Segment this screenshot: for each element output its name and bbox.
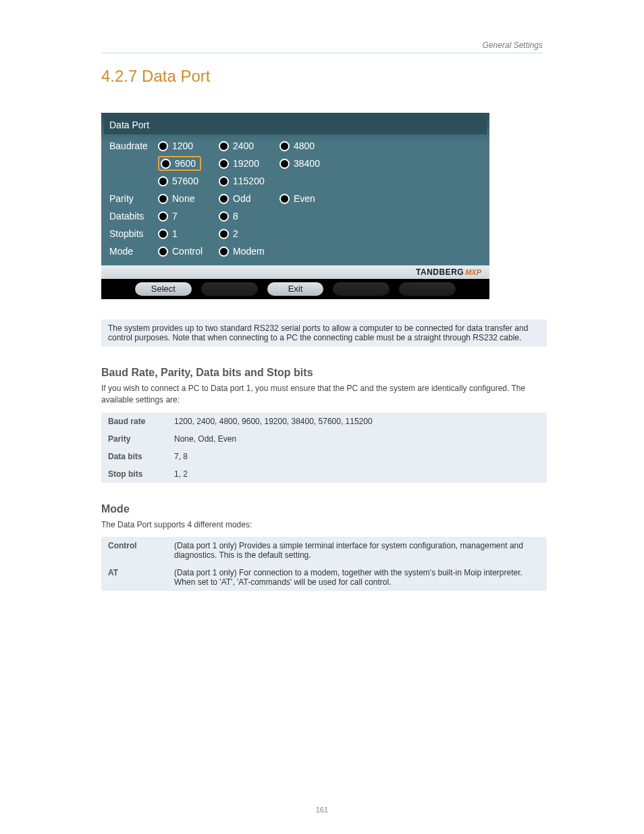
radio-icon <box>219 246 229 257</box>
table-row: Control (Data port 1 only) Provides a si… <box>101 537 547 564</box>
cell-key: Baud rate <box>101 413 167 430</box>
radio-4800[interactable]: 4800 <box>279 140 340 151</box>
cell-val: (Data port 1 only) Provides a simple ter… <box>167 537 547 564</box>
option-text: 7 <box>172 211 178 221</box>
cell-val: 1, 2 <box>167 465 547 483</box>
intro-table: The system provides up to two standard R… <box>101 319 547 346</box>
row-stopbits: Stopbits 1 2 <box>108 225 483 242</box>
option-text: 2400 <box>233 140 254 151</box>
row-mode: Mode Control Modem <box>108 242 483 260</box>
radio-19200[interactable]: 19200 <box>219 158 279 169</box>
cell-key: Control <box>101 537 167 564</box>
radio-icon <box>158 211 168 221</box>
brand-bar: TANDBERG MXP <box>101 265 489 279</box>
option-text: Odd <box>233 193 250 204</box>
radio-databits-7[interactable]: 7 <box>158 211 219 221</box>
brand-main: TANDBERG <box>416 267 464 277</box>
table-row: Stop bits 1, 2 <box>101 465 547 483</box>
option-text: Modem <box>233 246 265 257</box>
softkey-empty-1 <box>201 282 258 296</box>
label-databits: Databits <box>108 211 158 221</box>
radio-parity-even[interactable]: Even <box>279 193 340 204</box>
row-baudrate-2: 9600 19200 38400 <box>108 155 483 172</box>
option-text: None <box>172 193 194 204</box>
radio-stopbits-2[interactable]: 2 <box>219 228 279 239</box>
text-mode-lead: The Data Port supports 4 different modes… <box>101 519 543 531</box>
page-category: General Settings <box>101 41 543 50</box>
label-stopbits: Stopbits <box>108 228 158 239</box>
cell-key: AT <box>101 564 167 591</box>
radio-mode-modem[interactable]: Modem <box>219 246 279 257</box>
radio-parity-none[interactable]: None <box>158 193 219 204</box>
row-databits: Databits 7 8 <box>108 207 483 225</box>
option-text: 57600 <box>172 176 198 186</box>
softkey-bar: Select Exit <box>101 279 489 299</box>
option-text: 8 <box>233 211 238 221</box>
cell-key: Stop bits <box>101 465 167 483</box>
table-row: Baud rate 1200, 2400, 4800, 9600, 19200,… <box>101 413 547 430</box>
option-text: Control <box>172 246 203 257</box>
brand-sub: MXP <box>465 268 481 276</box>
radio-icon <box>219 159 229 169</box>
mode-table: Control (Data port 1 only) Provides a si… <box>101 537 547 591</box>
table-row: Parity None, Odd, Even <box>101 430 547 448</box>
softkey-empty-3 <box>399 282 456 296</box>
option-text: 38400 <box>294 158 320 169</box>
radio-icon <box>219 229 229 239</box>
intro-text: The system provides up to two standard R… <box>101 319 547 346</box>
radio-stopbits-1[interactable]: 1 <box>158 228 219 239</box>
radio-icon <box>219 194 229 204</box>
softkey-empty-2 <box>333 282 390 296</box>
radio-icon <box>279 159 290 169</box>
option-text: 4800 <box>294 140 315 151</box>
select-button[interactable]: Select <box>135 282 192 296</box>
divider <box>101 53 543 53</box>
radio-icon <box>158 194 168 204</box>
cell-key: Parity <box>101 430 167 448</box>
radio-icon <box>279 141 290 151</box>
label-baudrate: Baudrate <box>108 140 158 151</box>
cell-val: 1200, 2400, 4800, 9600, 19200, 38400, 57… <box>167 413 547 430</box>
radio-icon <box>158 246 168 257</box>
radio-2400[interactable]: 2400 <box>219 140 279 151</box>
option-text: 2 <box>233 228 238 239</box>
cell-val: (Data port 1 only) For connection to a m… <box>167 564 547 591</box>
option-text: 1 <box>172 228 178 239</box>
radio-icon <box>219 141 229 151</box>
radio-icon <box>158 229 168 239</box>
label-mode: Mode <box>108 246 158 257</box>
label-parity: Parity <box>108 193 158 204</box>
cell-val: None, Odd, Even <box>167 430 547 448</box>
radio-57600[interactable]: 57600 <box>158 176 219 186</box>
radio-databits-8[interactable]: 8 <box>219 211 279 221</box>
option-text: 1200 <box>172 140 193 151</box>
radio-38400[interactable]: 38400 <box>279 158 340 169</box>
option-text: 19200 <box>233 158 259 169</box>
cell-key: Data bits <box>101 448 167 465</box>
radio-1200[interactable]: 1200 <box>158 140 219 151</box>
table-row: Data bits 7, 8 <box>101 448 547 465</box>
radio-icon <box>158 176 168 186</box>
radio-icon <box>279 194 290 204</box>
radio-mode-control[interactable]: Control <box>158 246 219 257</box>
option-text: 9600 <box>175 158 196 169</box>
row-baudrate-1: Baudrate 1200 2400 4800 <box>108 137 483 155</box>
heading-mode: Mode <box>101 503 543 515</box>
table-row: AT (Data port 1 only) For connection to … <box>101 564 547 591</box>
option-text: 115200 <box>233 176 265 186</box>
focus-box: 9600 <box>158 156 201 171</box>
baud-table: Baud rate 1200, 2400, 4800, 9600, 19200,… <box>101 413 547 483</box>
exit-button[interactable]: Exit <box>267 282 324 296</box>
radio-icon <box>219 176 229 186</box>
row-baudrate-3: 57600 115200 <box>108 172 483 190</box>
radio-115200[interactable]: 115200 <box>219 176 279 186</box>
row-parity: Parity None Odd Even <box>108 190 483 207</box>
page-heading: 4.2.7 Data Port <box>101 67 543 86</box>
screenshot-panel: Data Port Baudrate 1200 2400 4800 9600 <box>101 113 489 299</box>
radio-9600[interactable]: 9600 <box>158 156 219 171</box>
radio-icon <box>219 211 229 221</box>
radio-icon <box>158 141 168 151</box>
radio-parity-odd[interactable]: Odd <box>219 193 279 204</box>
page-number: 161 <box>0 806 644 814</box>
heading-baud: Baud Rate, Parity, Data bits and Stop bi… <box>101 367 543 379</box>
